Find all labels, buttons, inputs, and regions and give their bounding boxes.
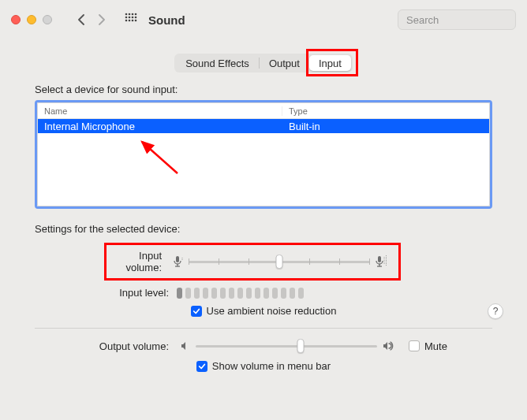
output-volume-slider[interactable] [196,340,377,352]
mute-checkbox[interactable] [409,340,420,351]
svg-rect-15 [176,256,179,262]
back-button[interactable] [71,9,92,30]
tabs-row: Sound Effects Output Input [0,54,527,72]
minimize-window-button[interactable] [27,15,36,24]
svg-point-10 [132,19,134,21]
tab-sound-effects[interactable]: Sound Effects [176,55,259,71]
mic-low-icon [173,255,184,269]
show-volume-menubar-label: Show volume in menu bar [212,360,331,372]
svg-point-9 [129,19,131,21]
page-title: Sound [148,13,185,27]
speaker-low-icon [180,340,191,351]
input-volume-slider[interactable] [189,255,370,268]
table-header: Name Type [38,103,489,119]
table-row[interactable]: Internal Microphone Built-in [38,119,489,133]
svg-point-5 [129,16,131,18]
annotation-highlight-input-volume: Input volume: [104,243,401,281]
device-type-cell: Built-in [282,121,489,132]
svg-point-4 [125,16,128,18]
svg-point-0 [125,13,128,15]
close-window-button[interactable] [11,15,21,24]
input-device-table[interactable]: Name Type Internal Microphone Built-in [37,102,490,206]
input-volume-label: Input volume: [113,250,168,273]
select-device-label: Select a device for sound input: [35,84,527,95]
divider [35,328,492,329]
tab-segmented-control: Sound Effects Output Input [174,54,353,72]
svg-point-6 [132,16,134,18]
mic-high-icon [375,255,387,269]
device-name-cell: Internal Microphone [38,121,282,132]
show-all-icon[interactable] [125,13,137,28]
show-volume-menubar-checkbox[interactable] [196,361,207,372]
forward-button-disabled [92,9,112,30]
svg-point-1 [129,13,131,15]
ambient-noise-checkbox[interactable] [191,306,202,317]
speaker-high-icon [382,340,396,351]
tab-output[interactable]: Output [260,55,309,71]
input-level-label: Input level: [0,287,175,299]
svg-point-3 [135,13,137,15]
svg-point-7 [135,16,137,18]
output-volume-label: Output volume: [0,340,175,352]
column-type[interactable]: Type [282,106,489,116]
device-table-highlight: Name Type Internal Microphone Built-in [35,100,492,209]
svg-point-8 [125,19,128,21]
zoom-window-button-disabled [43,15,52,24]
column-name[interactable]: Name [38,106,282,116]
svg-point-2 [132,13,134,15]
mute-label: Mute [424,340,447,352]
svg-rect-19 [378,256,381,262]
svg-point-11 [135,19,137,21]
search-input[interactable] [406,14,527,26]
help-button[interactable]: ? [488,303,503,319]
search-field[interactable] [398,9,516,30]
tab-input[interactable]: Input [309,55,351,71]
input-level-meter [175,288,376,299]
ambient-noise-label: Use ambient noise reduction [207,305,337,317]
settings-heading: Settings for the selected device: [35,223,527,235]
toolbar: Sound [0,0,527,39]
window-controls [11,15,52,24]
